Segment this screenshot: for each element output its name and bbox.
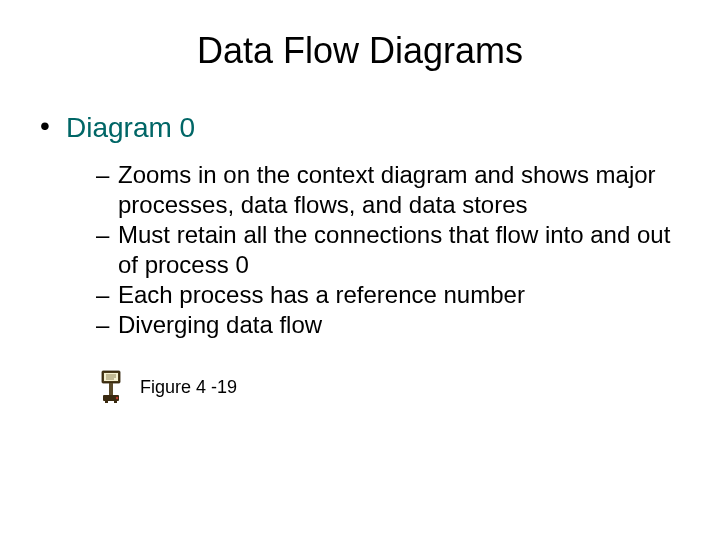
slide: Data Flow Diagrams Diagram 0 Zooms in on… xyxy=(0,0,720,540)
bullet-diagram-0: Diagram 0 xyxy=(40,112,680,144)
sub-bullet: Must retain all the connections that flo… xyxy=(96,220,680,280)
svg-point-7 xyxy=(116,397,118,399)
svg-rect-9 xyxy=(114,401,117,403)
sub-bullet: Zooms in on the context diagram and show… xyxy=(96,160,680,220)
sub-bullet: Diverging data flow xyxy=(96,310,680,340)
bullet-list-level2: Zooms in on the context diagram and show… xyxy=(96,160,680,340)
figure-caption: Figure 4 -19 xyxy=(140,377,237,398)
svg-rect-8 xyxy=(105,401,108,403)
bullet-list-level1: Diagram 0 xyxy=(40,112,680,144)
bullet-level1-text: Diagram 0 xyxy=(66,112,195,143)
slide-title: Data Flow Diagrams xyxy=(40,30,680,72)
figure-row: Figure 4 -19 xyxy=(100,370,680,404)
projector-icon xyxy=(100,370,122,404)
svg-rect-5 xyxy=(109,383,113,395)
sub-bullet: Each process has a reference number xyxy=(96,280,680,310)
